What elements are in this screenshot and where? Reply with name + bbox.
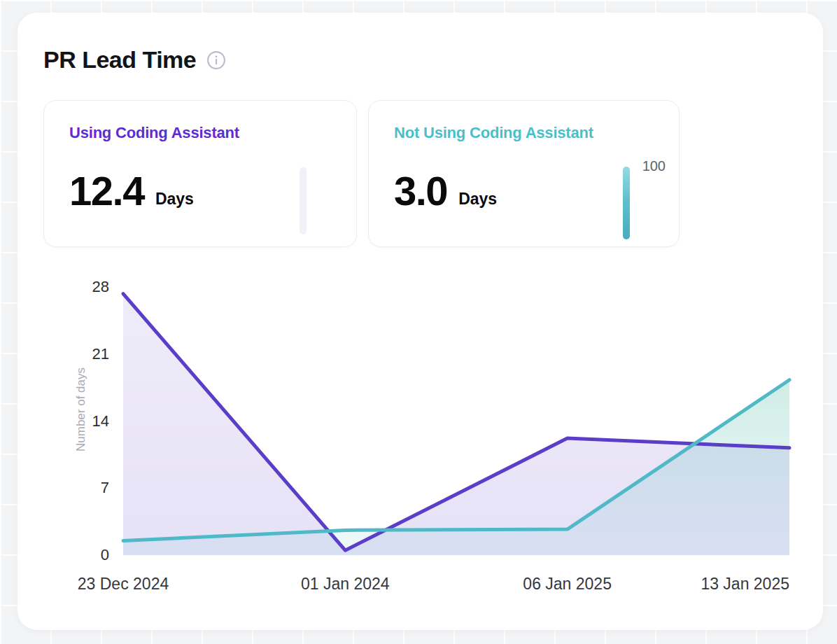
pr-lead-time-panel: PR Lead Time Using Coding Assistant 12.4… xyxy=(17,13,823,630)
chart-plot xyxy=(123,287,789,555)
y-axis-tick: 28 xyxy=(92,278,109,296)
x-axis-label: 01 Jan 2024 xyxy=(301,575,390,594)
y-axis-tick: 0 xyxy=(101,546,109,564)
x-axis-label: 23 Dec 2024 xyxy=(78,575,169,594)
x-axis-label: 06 Jan 2025 xyxy=(523,575,612,594)
x-axis: 23 Dec 202401 Jan 202406 Jan 202513 Jan … xyxy=(123,575,789,596)
y-axis: 07142128 xyxy=(17,287,116,555)
y-axis-tick: 7 xyxy=(101,479,109,497)
x-axis-label: 13 Jan 2025 xyxy=(701,575,789,594)
lead-time-chart: Number of days 07142128 23 Dec 202401 Ja… xyxy=(17,13,823,630)
y-axis-tick: 14 xyxy=(92,412,109,430)
y-axis-tick: 21 xyxy=(92,345,109,363)
